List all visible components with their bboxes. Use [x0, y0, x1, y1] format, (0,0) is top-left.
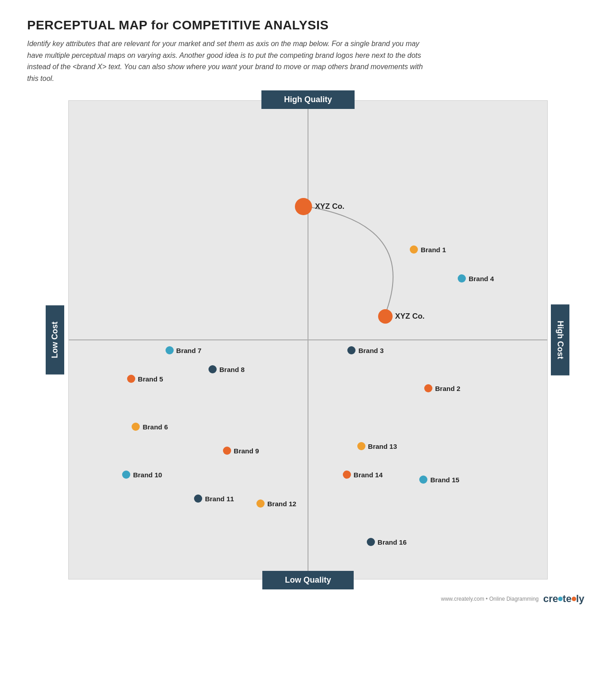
brand-label: Brand 14	[354, 471, 383, 479]
brand-label: Brand 3	[358, 346, 384, 354]
page-title: PERCEPTUAL MAP for COMPETITIVE ANALYSIS	[27, 18, 589, 33]
map-outer: High Quality Low Quality Low Cost High C…	[46, 100, 570, 579]
axis-top-label: High Quality	[261, 90, 355, 109]
brand-dot	[132, 423, 140, 431]
brand-dot	[458, 274, 466, 282]
axis-left-label: Low Cost	[46, 306, 64, 375]
footer-url: www.creately.com • Online Diagramming	[441, 596, 539, 602]
brand-dot	[127, 375, 135, 383]
brand-label: Brand 9	[234, 447, 259, 455]
brand-dot	[223, 447, 231, 455]
brand-dot	[256, 499, 265, 508]
brand-dot	[208, 365, 217, 373]
brand-dot	[166, 346, 174, 354]
creately-brand: cretely	[543, 593, 584, 605]
brand-label: Brand 12	[267, 499, 296, 507]
brand-label: Brand 2	[435, 385, 460, 392]
brand-dot	[295, 198, 312, 215]
footer: www.creately.com • Online Diagramming cr…	[27, 593, 589, 605]
axis-bottom-label: Low Quality	[262, 571, 354, 589]
brand-label: Brand 11	[205, 495, 234, 503]
brand-label: Brand 1	[421, 245, 446, 253]
brand-dot	[424, 384, 432, 392]
brand-dot	[378, 309, 393, 324]
brand-dot	[194, 494, 202, 503]
brand-label: Brand 4	[469, 274, 494, 282]
axis-right-label: High Cost	[551, 305, 569, 376]
brand-label: Brand 7	[176, 346, 202, 354]
brand-label: Brand 5	[138, 375, 163, 383]
v-axis-line	[308, 101, 308, 579]
creately-dot-orange	[572, 597, 576, 601]
brand-dot	[122, 471, 130, 479]
brand-dot	[347, 346, 355, 354]
creately-dot-blue	[558, 597, 563, 601]
creately-logo: cretely	[543, 593, 584, 605]
brand-dot	[419, 476, 427, 484]
brand-label: Brand 8	[219, 365, 245, 373]
brand-label: Brand 15	[430, 476, 459, 483]
brand-label: XYZ Co.	[395, 312, 425, 321]
brand-label: Brand 16	[378, 538, 407, 546]
brand-label: Brand 13	[368, 442, 397, 450]
map-canvas: XYZ Co.Brand 1Brand 4XYZ Co.Brand 3Brand…	[68, 100, 548, 579]
brand-dot	[357, 442, 365, 450]
subtitle: Identify key attributes that are relevan…	[27, 38, 434, 84]
brand-label: XYZ Co.	[315, 202, 344, 211]
brand-dot	[410, 245, 418, 254]
brand-label: Brand 6	[142, 423, 168, 431]
brand-label: Brand 10	[133, 471, 162, 479]
brand-dot	[367, 538, 375, 546]
brand-dot	[343, 471, 351, 479]
